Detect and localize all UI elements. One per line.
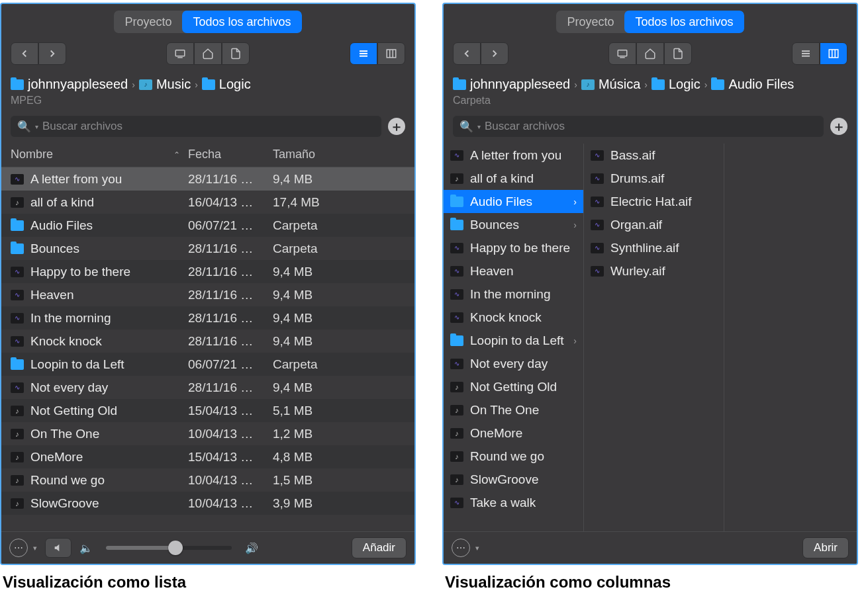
breadcrumb-label: Music (156, 77, 191, 92)
search-dropdown-icon[interactable]: ▾ (477, 123, 481, 130)
column-item[interactable]: ∿Not every day (444, 352, 583, 375)
location-computer-button[interactable] (608, 42, 636, 65)
nav-forward-button[interactable] (481, 42, 508, 65)
breadcrumb-item[interactable]: johnnyappleseed (11, 77, 128, 92)
tab-all-files[interactable]: Todos los archivos (182, 11, 301, 33)
location-project-button[interactable] (222, 42, 250, 65)
table-row[interactable]: SlowGroove10/04/13 …3,9 MB (1, 492, 414, 515)
column-item[interactable]: SlowGroove (444, 468, 583, 491)
file-date: 28/11/16 … (188, 380, 273, 395)
table-row[interactable]: ∿Heaven28/11/16 …9,4 MB (1, 283, 414, 306)
nav-forward-button[interactable] (38, 42, 66, 65)
chevron-right-icon: › (573, 335, 577, 346)
actions-menu-button[interactable]: ⋯ (452, 539, 470, 557)
tab-all-files[interactable]: Todos los archivos (624, 11, 744, 33)
search-input[interactable]: 🔍 ▾ Buscar archivos (11, 116, 381, 137)
search-input[interactable]: 🔍 ▾ Buscar archivos (453, 116, 824, 137)
location-home-button[interactable] (194, 42, 222, 65)
volume-min-icon: 🔈 (79, 542, 93, 554)
folder-icon (450, 197, 463, 207)
file-size: 9,4 MB (273, 311, 405, 326)
tab-project[interactable]: Proyecto (556, 11, 624, 33)
column-item[interactable]: On The One (444, 398, 583, 421)
breadcrumb-item[interactable]: ♪Music (139, 77, 191, 92)
column-item[interactable]: ∿Wurley.aif (584, 259, 724, 283)
table-row[interactable]: Audio Files06/07/21 …Carpeta (1, 214, 414, 237)
table-row[interactable]: On The One10/04/13 …1,2 MB (1, 422, 414, 445)
location-project-button[interactable] (664, 42, 692, 65)
column-item[interactable]: ∿Synthline.aif (584, 236, 724, 259)
column-item[interactable]: Round we go (444, 445, 583, 468)
file-name: SlowGroove (30, 496, 99, 511)
wave-icon: ∿ (450, 359, 463, 369)
add-filter-button[interactable]: ＋ (388, 118, 405, 135)
chevron-right-icon: › (704, 79, 708, 90)
preview-play-button[interactable] (45, 538, 72, 558)
breadcrumb-item[interactable]: johnnyappleseed (453, 77, 570, 92)
table-row[interactable]: all of a kind16/04/13 …17,4 MB (1, 191, 414, 214)
table-row[interactable]: Round we go10/04/13 …1,5 MB (1, 468, 414, 492)
column-item[interactable]: ∿Electric Hat.aif (584, 190, 724, 213)
column-item[interactable]: Audio Files› (444, 190, 583, 213)
actions-menu-button[interactable]: ⋯ (9, 539, 28, 557)
column-header-name[interactable]: Nombre ⌃ (11, 148, 188, 161)
file-name: Happy to be there (30, 265, 130, 279)
breadcrumb-item[interactable]: ♪Música (581, 77, 640, 92)
breadcrumb-item[interactable]: Logic (651, 77, 700, 92)
view-columns-button[interactable] (377, 42, 405, 65)
folder-icon (711, 79, 724, 90)
table-row[interactable]: ∿Happy to be there28/11/16 …9,4 MB (1, 260, 414, 283)
file-name: Not Getting Old (470, 380, 557, 394)
table-row[interactable]: OneMore15/04/13 …4,8 MB (1, 445, 414, 468)
music-folder-icon: ♪ (581, 79, 595, 90)
column-item[interactable]: Bounces› (444, 213, 583, 236)
song-icon (450, 474, 463, 485)
breadcrumb-item[interactable]: Audio Files (711, 77, 794, 92)
file-name: Wurley.aif (610, 264, 665, 279)
open-button[interactable]: Abrir (802, 537, 849, 558)
column-item[interactable]: ∿In the morning (444, 283, 583, 306)
column-header-date[interactable]: Fecha (188, 148, 273, 161)
tab-project[interactable]: Proyecto (114, 11, 182, 33)
column-header-size[interactable]: Tamaño (273, 148, 405, 161)
sort-ascending-icon: ⌃ (173, 150, 180, 159)
table-row[interactable]: Not Getting Old15/04/13 …5,1 MB (1, 399, 414, 422)
search-dropdown-icon[interactable]: ▾ (35, 123, 38, 130)
column-item[interactable]: ∿Drums.aif (584, 167, 724, 190)
file-name: OneMore (470, 426, 522, 441)
column-item[interactable]: Not Getting Old (444, 375, 583, 398)
volume-slider[interactable] (106, 546, 232, 550)
add-button[interactable]: Añadir (352, 537, 407, 558)
column-item[interactable]: all of a kind (444, 167, 583, 190)
column-item[interactable]: ∿Organ.aif (584, 213, 724, 236)
column-item[interactable]: ∿Heaven (444, 259, 583, 283)
table-row[interactable]: ∿In the morning28/11/16 …9,4 MB (1, 306, 414, 330)
location-computer-button[interactable] (166, 42, 194, 65)
file-name: Round we go (30, 473, 105, 488)
song-icon (11, 429, 24, 439)
table-row[interactable]: ∿Knock knock28/11/16 …9,4 MB (1, 330, 414, 353)
breadcrumb-item[interactable]: Logic (202, 77, 251, 92)
nav-back-button[interactable] (11, 42, 38, 65)
chevron-right-icon: › (195, 79, 198, 90)
table-row[interactable]: ∿A letter from you28/11/16 …9,4 MB (1, 167, 414, 191)
view-list-button[interactable] (350, 42, 377, 65)
column-item[interactable]: ∿Bass.aif (584, 144, 724, 167)
song-icon (450, 382, 463, 392)
table-row[interactable]: Loopin to da Left06/07/21 …Carpeta (1, 353, 414, 376)
view-columns-button[interactable] (820, 42, 847, 65)
file-size: 4,8 MB (273, 450, 405, 464)
column-item[interactable]: ∿Knock knock (444, 306, 583, 329)
column-item[interactable]: ∿Take a walk (444, 491, 583, 514)
location-home-button[interactable] (636, 42, 664, 65)
column-item[interactable]: Loopin to da Left› (444, 329, 583, 352)
column-item[interactable]: ∿A letter from you (444, 144, 583, 167)
add-filter-button[interactable]: ＋ (830, 118, 847, 135)
column-item[interactable]: ∿Happy to be there (444, 236, 583, 259)
file-name: Loopin to da Left (470, 333, 564, 348)
nav-back-button[interactable] (453, 42, 481, 65)
table-row[interactable]: ∿Not every day28/11/16 …9,4 MB (1, 376, 414, 399)
table-row[interactable]: Bounces28/11/16 …Carpeta (1, 237, 414, 260)
column-item[interactable]: OneMore (444, 421, 583, 445)
view-list-button[interactable] (792, 42, 820, 65)
